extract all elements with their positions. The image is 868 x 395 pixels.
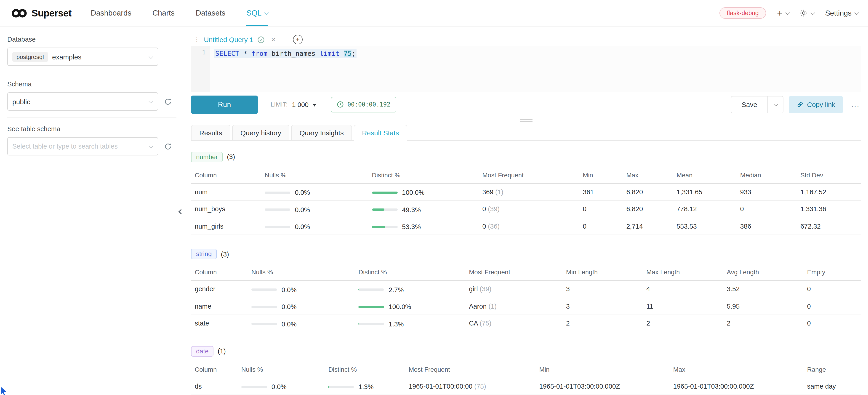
stat-cell: 49.3% [372, 201, 482, 218]
more-actions-button[interactable]: ... [850, 98, 861, 111]
percentage-value: 0.0% [282, 303, 297, 310]
stat-cell: 0.0% [251, 315, 359, 332]
query-tab[interactable]: ⋮ Untitled Query 1 × [191, 34, 280, 46]
table-row: num0.0%100.0%369 (1)3616,8201,331.659331… [191, 183, 861, 201]
limit-dropdown[interactable]: LIMIT: 1 000 [271, 101, 316, 108]
save-dropdown-button[interactable] [768, 96, 783, 113]
stat-cell: same day [807, 377, 861, 395]
superset-infinity-icon [11, 8, 27, 18]
line-number: 1 [202, 49, 206, 56]
stat-cell: num_girls [191, 218, 265, 235]
stat-cell: 53.3% [372, 218, 482, 235]
percentage-value: 1.3% [389, 320, 404, 328]
limit-value: 1 000 [292, 101, 309, 108]
table-row: num_girls0.0%53.3%0 (36)02,714553.533866… [191, 218, 861, 235]
stats-section-number: number(3)ColumnNulls %Distinct %Most Fre… [191, 152, 861, 235]
stat-cell: 1965-01-01T03:00:00.000Z [539, 377, 673, 395]
top-navigation: Superset Dashboards Charts Datasets SQL … [0, 0, 868, 27]
stat-cell: 100.0% [372, 183, 482, 201]
stats-section-date: date(1)ColumnNulls %Distinct %Most Frequ… [191, 346, 861, 395]
stat-cell: num [191, 183, 265, 201]
frequency-count: (39) [488, 206, 500, 213]
nav-sql[interactable]: SQL [246, 0, 268, 26]
stat-cell: 0 (39) [483, 201, 583, 218]
database-label: Database [7, 36, 177, 43]
stats-section-string: string(3)ColumnNulls %Distinct %Most Fre… [191, 249, 861, 332]
stat-cell: 3 [566, 298, 647, 315]
stat-cell: girl (39) [469, 280, 566, 298]
nav-datasets[interactable]: Datasets [196, 0, 225, 26]
copy-link-label: Copy link [807, 100, 835, 108]
refresh-schemas-button[interactable] [164, 98, 172, 105]
sidebar-divider [7, 118, 177, 118]
percentage-value: 0.0% [295, 189, 310, 196]
stat-cell: 1965-01-01T00:00:00 (75) [409, 377, 539, 395]
collapse-sidebar-button[interactable] [177, 205, 185, 218]
chevron-down-icon [855, 10, 859, 15]
percentage-value: 49.3% [402, 206, 421, 213]
editor-gutter: 1 [191, 46, 210, 92]
superset-logo[interactable]: Superset [11, 0, 71, 26]
stat-cell: Aaron (1) [469, 298, 566, 315]
nav-dashboards[interactable]: Dashboards [91, 0, 131, 26]
stats-table-number: ColumnNulls %Distinct %Most FrequentMinM… [191, 166, 861, 235]
sql-keyword: SELECT [215, 50, 239, 57]
database-select[interactable]: postgresql examples [7, 48, 158, 66]
table-select[interactable]: Select table or type to search tables [7, 137, 158, 155]
settings-label: Settings [825, 9, 851, 17]
run-query-button[interactable]: Run [191, 95, 258, 114]
column-header: Median [740, 166, 801, 183]
stat-cell: 361 [583, 183, 626, 201]
column-header: Max [673, 360, 807, 377]
stat-cell: 0.0% [251, 298, 359, 315]
progress-bar [358, 306, 384, 308]
table-row: num_boys0.0%49.3%0 (39)06,820778.1201,33… [191, 201, 861, 218]
nav-charts[interactable]: Charts [152, 0, 175, 26]
column-header: Most Frequent [469, 263, 566, 280]
stat-cell: 369 (1) [483, 183, 583, 201]
theme-toggle-button[interactable] [800, 9, 814, 17]
stat-cell: 100.0% [358, 298, 469, 315]
sql-token: * [243, 50, 247, 57]
save-button[interactable]: Save [731, 96, 768, 113]
column-header: Nulls % [265, 166, 372, 183]
stat-cell: 11 [646, 298, 727, 315]
stat-cell: 1965-01-01T03:00:00.000Z [673, 377, 807, 395]
progress-bar [372, 191, 397, 193]
stat-cell: 0.0% [265, 183, 372, 201]
table-row: state0.0%1.3%CA (75)2220 [191, 315, 861, 332]
tab-results[interactable]: Results [191, 125, 230, 140]
percentage-value: 0.0% [272, 383, 287, 390]
tab-result-stats[interactable]: Result Stats [354, 125, 407, 141]
chevron-left-icon [179, 209, 184, 214]
add-tab-button[interactable]: + [293, 35, 302, 44]
stat-cell: 553.53 [677, 218, 740, 235]
editor-code-area[interactable]: SELECT*frombirth_nameslimit75; [210, 46, 861, 92]
stat-cell: 5.95 [727, 298, 807, 315]
environment-tag: flask-debug [719, 7, 766, 19]
chevron-down-icon [785, 10, 790, 15]
sql-statement: SELECT*frombirth_nameslimit75; [214, 49, 356, 58]
percentage-value: 53.3% [402, 223, 421, 231]
column-header: Empty [807, 263, 861, 280]
column-header: Max Length [646, 263, 727, 280]
type-badge-row: number(3) [191, 152, 861, 162]
tab-query-history[interactable]: Query history [232, 125, 289, 140]
stat-cell: 0.0% [265, 218, 372, 235]
schema-select[interactable]: public [7, 92, 158, 111]
pane-resize-handle[interactable] [520, 118, 532, 122]
stat-cell: 3 [566, 280, 647, 298]
refresh-tables-button[interactable] [164, 143, 172, 150]
frequency-count: (1) [495, 188, 503, 196]
settings-menu[interactable]: Settings [825, 9, 858, 17]
new-item-button[interactable]: + [777, 8, 789, 18]
column-header: Std Dev [800, 166, 861, 183]
percentage-value: 1.3% [359, 383, 374, 390]
close-tab-icon[interactable]: × [271, 36, 276, 43]
tab-query-insights[interactable]: Query Insights [291, 125, 352, 140]
copy-link-button[interactable]: Copy link [789, 96, 843, 113]
table-schema-label: See table schema [7, 125, 177, 132]
sql-number: 75 [343, 50, 351, 57]
sql-editor[interactable]: 1 SELECT*frombirth_nameslimit75; [191, 46, 861, 92]
query-success-icon [257, 36, 265, 43]
